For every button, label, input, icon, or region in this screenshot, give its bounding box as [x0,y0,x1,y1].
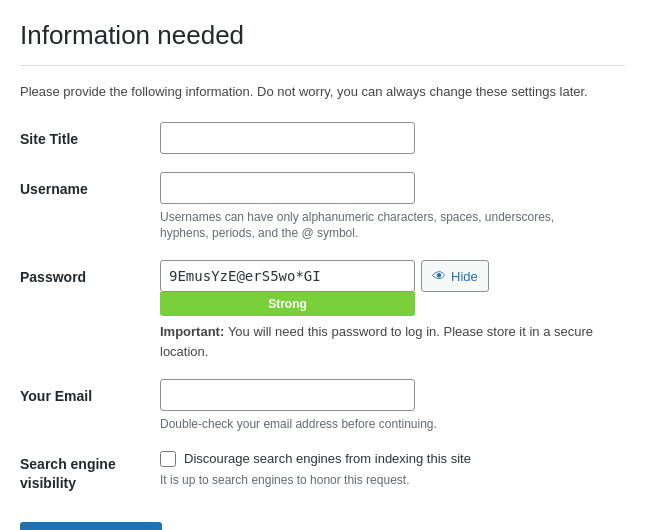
username-field: Usernames can have only alphanumeric cha… [160,172,625,243]
password-input[interactable] [160,260,415,292]
site-title-input[interactable] [160,122,415,154]
username-helper: Usernames can have only alphanumeric cha… [160,209,560,243]
page-container: Information needed Please provide the fo… [0,0,655,530]
email-row: Your Email Double-check your email addre… [20,379,625,433]
eye-icon: 👁 [432,268,446,284]
form: Site Title Username Usernames can have o… [20,122,625,495]
install-wordpress-button[interactable]: Install WordPress [20,522,162,530]
email-input[interactable] [160,379,415,411]
email-label: Your Email [20,379,160,407]
password-label: Password [20,260,160,288]
email-helper: Double-check your email address before c… [160,416,560,433]
search-visibility-checkbox[interactable] [160,451,176,467]
site-title-label: Site Title [20,122,160,150]
hide-button-label: Hide [451,269,478,284]
username-input[interactable] [160,172,415,204]
page-title: Information needed [20,20,625,66]
email-field: Double-check your email address before c… [160,379,625,433]
password-row: Password 👁 Hide Strong Important [20,260,625,361]
search-visibility-helper: It is up to search engines to honor this… [160,472,560,489]
password-strength-label: Strong [268,297,307,311]
hide-password-button[interactable]: 👁 Hide [421,260,489,292]
username-label: Username [20,172,160,200]
site-title-row: Site Title [20,122,625,154]
intro-text: Please provide the following information… [20,82,625,102]
site-title-field [160,122,625,154]
username-row: Username Usernames can have only alphanu… [20,172,625,243]
password-field: 👁 Hide Strong Important: You will need t… [160,260,625,361]
password-important-text: Important: You will need this password t… [160,322,625,361]
important-bold: Important: [160,324,228,339]
password-strength-bar: Strong [160,292,415,316]
search-visibility-field: Discourage search engines from indexing … [160,451,625,489]
search-visibility-checkbox-label[interactable]: Discourage search engines from indexing … [184,451,471,466]
search-visibility-checkbox-row: Discourage search engines from indexing … [160,451,625,467]
password-wrapper: 👁 Hide Strong [160,260,625,316]
search-visibility-row: Search engine visibility Discourage sear… [20,451,625,494]
search-visibility-label: Search engine visibility [20,451,160,494]
password-input-row: 👁 Hide [160,260,625,292]
